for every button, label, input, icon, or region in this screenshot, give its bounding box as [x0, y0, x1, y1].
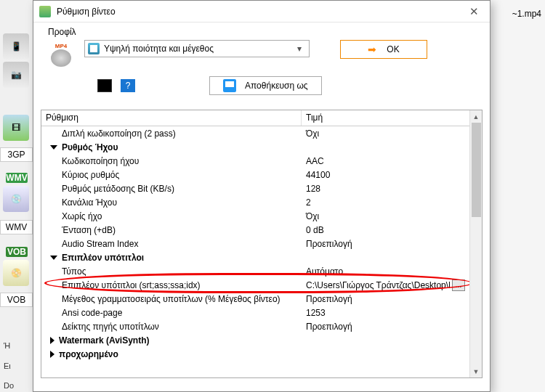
setting-value[interactable]: 1253 [302, 307, 469, 319]
setting-value[interactable]: Προεπιλογή [302, 321, 469, 332]
table-group-row[interactable]: Επιπλέον υπότιτλοι [41, 250, 469, 264]
format-badge-vob: VOB [6, 247, 28, 257]
bg-filename: ~1.mp4 [512, 9, 541, 19]
setting-label: Τύπος [41, 266, 302, 277]
arrow-right-icon: ➡ [368, 44, 376, 55]
group-label: προχωρημένο [59, 349, 118, 359]
setting-label: Χωρίς ήχο [41, 211, 302, 222]
profile-select[interactable]: Υψηλή ποιότητα και μέγεθος ▾ [84, 40, 310, 57]
expand-icon [50, 337, 54, 344]
bg-text: Ει [4, 362, 11, 370]
col-value[interactable]: Τιμή [302, 110, 469, 126]
table-row[interactable]: Ansi code-page1253 [41, 306, 469, 319]
save-icon [223, 79, 236, 92]
setting-value[interactable]: 0 dB [302, 224, 469, 236]
format-button-wmv[interactable]: WMV [0, 220, 33, 234]
setting-label: Ένταση (+dB) [41, 224, 302, 236]
setting-label: Ansi code-page [41, 307, 302, 319]
setting-label: Μέγεθος γραμματοσειράς υποτίτλων (% Μέγε… [41, 293, 302, 305]
group-label: Ρυθμός Ήχου [62, 142, 118, 152]
help-button[interactable]: ? [121, 79, 135, 92]
setting-label: Audio Stream Index [41, 238, 302, 250]
table-row[interactable]: Επιπλέον υπότιτλοι (srt;ass;ssa;idx)C:\U… [41, 278, 469, 292]
setting-value[interactable]: 128 [302, 183, 469, 195]
titlebar: Ρύθμιση βίντεο ✕ [33, 1, 490, 23]
table-row[interactable]: Κύριος ρυθμός44100 [41, 168, 469, 181]
device-icon: 📷 [3, 62, 29, 88]
setting-value[interactable]: Αυτόματο [302, 266, 469, 277]
table-row[interactable]: Μέγεθος γραμματοσειράς υποτίτλων (% Μέγε… [41, 292, 469, 306]
bg-format-icons: 📱 📷 [3, 33, 29, 88]
setting-label: Δείκτης πηγής υποτίτλων [41, 321, 302, 332]
format-button-3gp[interactable]: 3GP [0, 147, 33, 162]
setting-label: Κύριος ρυθμός [41, 169, 302, 181]
ok-button-label: OK [387, 44, 399, 54]
format-icon: 💿 [3, 186, 29, 212]
expand-icon [50, 145, 57, 150]
profile-section: Προφίλ MP4 Υψηλή ποιότητα και μέγεθος ▾ … [33, 23, 490, 110]
table-row[interactable]: ΤύποςΑυτόματο [41, 264, 469, 278]
table-group-row[interactable]: Watermark (AviSynth) [41, 333, 469, 347]
table-group-row[interactable]: προχωρημένο [41, 347, 469, 361]
format-icon: 📀 [3, 260, 29, 286]
setting-value[interactable] [302, 147, 469, 148]
scroll-thumb[interactable] [472, 123, 481, 217]
save-as-label: Αποθήκευση ως [245, 81, 308, 91]
close-button[interactable]: ✕ [462, 3, 485, 20]
setting-value[interactable]: Προεπιλογή [302, 238, 469, 250]
group-label: Watermark (AviSynth) [59, 335, 149, 346]
profile-select-value: Υψηλή ποιότητα και μέγεθος [104, 44, 288, 54]
format-icon: 🎞 [3, 115, 29, 141]
table-group-row[interactable]: Ρυθμός Ήχου [41, 140, 469, 154]
video-settings-dialog: Ρύθμιση βίντεο ✕ Προφίλ MP4 Υψηλή ποιότη… [33, 0, 490, 392]
profile-label: Προφίλ [48, 27, 480, 37]
setting-label: Διπλή κωδικοποίηση (2 pass) [41, 128, 302, 139]
setting-value[interactable]: AAC [302, 155, 469, 167]
save-as-button[interactable]: Αποθήκευση ως [209, 76, 322, 95]
browse-button[interactable]: ... [452, 279, 465, 291]
ok-button[interactable]: ➡ OK [340, 40, 427, 59]
table-row[interactable]: Ρυθμός μετάδοσης Bit (KB/s)128 [41, 181, 469, 195]
setting-label: Επιπλέον υπότιτλοι (srt;ass;ssa;idx) [41, 279, 302, 291]
mp4-profile-icon: MP4 [47, 40, 76, 69]
format-badge-wmv: WMV [6, 173, 28, 183]
table-row[interactable]: Δείκτης πηγής υποτίτλωνΠροεπιλογή [41, 319, 469, 333]
setting-value[interactable]: 44100 [302, 169, 469, 181]
setting-value[interactable]: Προεπιλογή [302, 293, 469, 305]
table-row[interactable]: Κωδικοποίηση ήχουAAC [41, 154, 469, 168]
group-label: Επιπλέον υπότιτλοι [62, 253, 144, 263]
expand-icon [50, 256, 57, 260]
bg-text: Do [4, 381, 14, 390]
setting-value[interactable] [302, 257, 469, 258]
bg-text: Ή [4, 341, 10, 350]
scroll-up-button[interactable]: ▲ [470, 110, 482, 123]
table-header: Ρύθμιση Τιμή [41, 110, 469, 126]
window-title: Ρύθμιση βίντεο [57, 7, 462, 17]
chevron-down-icon: ▾ [293, 44, 306, 54]
scrollbar[interactable]: ▲ ▼ [469, 110, 482, 377]
table-row[interactable]: Διπλή κωδικοποίηση (2 pass)Όχι [41, 126, 469, 140]
setting-label: Ρυθμός μετάδοσης Bit (KB/s) [41, 183, 302, 195]
window-icon [39, 6, 51, 17]
expand-icon [50, 351, 54, 358]
setting-value[interactable]: 2 [302, 197, 469, 208]
setting-value[interactable] [302, 354, 469, 355]
setting-value[interactable]: Όχι [302, 128, 469, 139]
table-row[interactable]: Audio Stream IndexΠροεπιλογή [41, 237, 469, 250]
film-icon [88, 43, 100, 54]
setting-label: Κωδικοποίηση ήχου [41, 155, 302, 167]
table-row[interactable]: Κανάλια Ήχου2 [41, 195, 469, 209]
table-row[interactable]: Χωρίς ήχοΌχι [41, 209, 469, 223]
setting-label: Κανάλια Ήχου [41, 197, 302, 208]
scroll-down-button[interactable]: ▼ [470, 365, 482, 377]
format-button-vob[interactable]: VOB [0, 293, 33, 307]
device-icon: 📱 [3, 33, 29, 60]
setting-value[interactable] [302, 340, 469, 341]
setting-value[interactable]: Όχι [302, 211, 469, 222]
col-setting[interactable]: Ρύθμιση [41, 110, 302, 126]
settings-table: Ρύθμιση Τιμή Διπλή κωδικοποίηση (2 pass)… [41, 110, 483, 378]
setting-value[interactable]: C:\Users\Γιώργος Τράντζας\Desktop\Νέ... [302, 279, 469, 292]
table-row[interactable]: Ένταση (+dB)0 dB [41, 223, 469, 237]
terminal-icon-button[interactable] [97, 79, 112, 92]
